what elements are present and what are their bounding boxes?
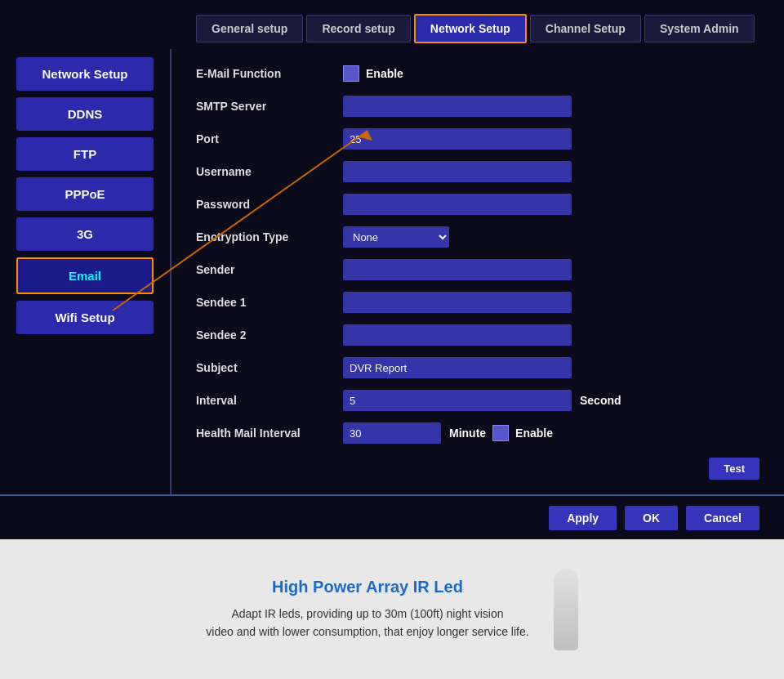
antenna-illustration — [554, 569, 578, 650]
username-input[interactable] — [343, 161, 572, 182]
tab-network[interactable]: Network Setup — [414, 14, 527, 43]
sendee1-input[interactable] — [343, 292, 572, 313]
sender-row: Sender — [196, 257, 760, 282]
health-enable-label: Enable — [515, 427, 553, 440]
smtp-server-row: SMTP Server — [196, 94, 760, 118]
tab-general[interactable]: General setup — [196, 15, 303, 42]
apply-button[interactable]: Apply — [549, 506, 617, 530]
interval-row: Interval Second — [196, 388, 760, 413]
dvr-panel: General setup Record setup Network Setup… — [0, 0, 784, 539]
sendee2-row: Sendee 2 — [196, 323, 760, 347]
sendee2-input[interactable] — [343, 324, 572, 346]
sendee1-label: Sendee 1 — [196, 296, 343, 309]
username-row: Username — [196, 159, 760, 184]
sidebar-item-pppoe[interactable]: PPPoE — [16, 177, 154, 211]
subject-label: Subject — [196, 361, 343, 374]
lower-text: High Power Array IR Led Adapt IR leds, p… — [206, 578, 528, 641]
subject-input[interactable] — [343, 357, 572, 378]
bottom-bar: Apply OK Cancel — [0, 494, 784, 539]
smtp-server-label: SMTP Server — [196, 100, 343, 113]
password-row: Password — [196, 192, 760, 217]
sendee2-label: Sendee 2 — [196, 328, 343, 342]
tab-system[interactable]: System Admin — [644, 15, 755, 42]
subject-row: Subject — [196, 355, 760, 380]
username-label: Username — [196, 165, 343, 178]
form-area: E-Mail Function Enable SMTP Server Port … — [172, 49, 784, 494]
email-function-checkbox[interactable] — [343, 65, 359, 82]
tab-record[interactable]: Record setup — [306, 15, 410, 42]
password-label: Password — [196, 198, 343, 211]
encryption-dropdown[interactable]: None SSL TLS — [343, 226, 449, 248]
cancel-button[interactable]: Cancel — [686, 506, 760, 530]
second-label: Second — [580, 394, 621, 407]
sidebar-item-email[interactable]: Email — [16, 257, 154, 294]
email-function-row: E-Mail Function Enable — [196, 61, 760, 86]
health-mail-row: Health Mail Interval Minute Enable — [196, 421, 760, 445]
tab-channel[interactable]: Channel Setup — [530, 15, 641, 42]
test-button[interactable]: Test — [709, 458, 760, 480]
encryption-row: Enctryption Type None SSL TLS — [196, 225, 760, 249]
password-input[interactable] — [343, 194, 572, 215]
sendee1-row: Sendee 1 — [196, 290, 760, 315]
sidebar-item-network-setup[interactable]: Network Setup — [16, 57, 154, 91]
smtp-server-input[interactable] — [343, 96, 572, 117]
minute-label: Minute — [449, 427, 486, 440]
lower-section: High Power Array IR Led Adapt IR leds, p… — [0, 539, 784, 679]
sender-label: Sender — [196, 263, 343, 276]
top-nav: General setup Record setup Network Setup… — [0, 0, 784, 49]
health-mail-label: Health Mail Interval — [196, 427, 343, 440]
dvr-body: Network Setup DDNS FTP PPPoE 3G Email Wi… — [0, 49, 784, 494]
sidebar-item-3g[interactable]: 3G — [16, 217, 154, 251]
encryption-label: Enctryption Type — [196, 230, 343, 243]
sender-input[interactable] — [343, 259, 572, 280]
sidebar: Network Setup DDNS FTP PPPoE 3G Email Wi… — [0, 49, 172, 494]
email-function-label: E-Mail Function — [196, 67, 343, 80]
email-function-check-label: Enable — [366, 67, 403, 80]
health-mail-input[interactable] — [343, 422, 441, 444]
sidebar-item-wifi[interactable]: Wifi Setup — [16, 301, 154, 334]
lower-title: High Power Array IR Led — [206, 578, 528, 596]
interval-input[interactable] — [343, 390, 572, 411]
port-row: Port — [196, 127, 760, 151]
port-input[interactable] — [343, 128, 572, 150]
ok-button[interactable]: OK — [625, 506, 678, 530]
main-container: General setup Record setup Network Setup… — [0, 0, 784, 679]
port-label: Port — [196, 132, 343, 145]
sidebar-item-ftp[interactable]: FTP — [16, 137, 154, 171]
sidebar-item-ddns[interactable]: DDNS — [16, 97, 154, 131]
health-enable-checkbox[interactable] — [492, 425, 509, 441]
lower-desc: Adapt IR leds, providing up to 30m (100f… — [206, 605, 528, 641]
interval-label: Interval — [196, 394, 343, 407]
